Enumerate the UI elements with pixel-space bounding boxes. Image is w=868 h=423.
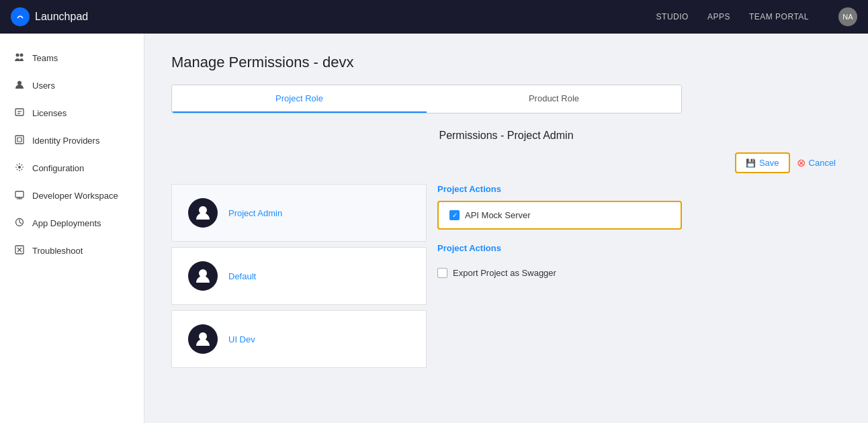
sidebar-item-troubleshoot[interactable]: Troubleshoot (0, 237, 144, 265)
svg-point-9 (18, 166, 21, 169)
nav-apps[interactable]: APPS (707, 12, 730, 21)
configuration-icon (13, 162, 26, 174)
svg-rect-10 (15, 191, 24, 197)
app-deployments-icon (13, 218, 26, 229)
sidebar-label-identity-providers: Identity Providers (32, 136, 99, 146)
app-name: Launchpad (35, 11, 88, 23)
sidebar-item-teams[interactable]: Teams (0, 44, 144, 72)
sidebar-item-app-deployments[interactable]: App Deployments (0, 209, 144, 237)
svg-point-2 (20, 54, 24, 57)
svg-rect-4 (15, 109, 24, 115)
sidebar-item-licenses[interactable]: Licenses (0, 99, 144, 127)
sidebar-label-configuration: Configuration (32, 163, 84, 173)
save-label: Save (759, 158, 779, 168)
sidebar-label-app-deployments: App Deployments (32, 218, 101, 228)
role-card-project-admin[interactable]: Project Admin (171, 184, 427, 242)
svg-point-1 (16, 54, 19, 57)
sidebar-item-developer-workspace[interactable]: Developer Workspace (0, 182, 144, 209)
save-disk-icon: 💾 (746, 158, 756, 168)
role-avatar-project-admin (188, 198, 218, 228)
users-icon (13, 80, 26, 91)
sidebar-label-developer-workspace: Developer Workspace (32, 191, 118, 201)
identity-providers-icon (13, 135, 26, 146)
role-card-ui-dev[interactable]: UI Dev (171, 310, 427, 368)
active-project-actions-title: Project Actions (437, 184, 682, 194)
licenses-icon (13, 107, 26, 119)
sidebar-item-configuration[interactable]: Configuration (0, 154, 144, 182)
cancel-label: Cancel (809, 158, 836, 168)
checkbox-export-swagger[interactable] (437, 268, 447, 278)
tab-project-role[interactable]: Project Role (172, 85, 427, 113)
top-navigation: Launchpad STUDIO APPS TEAM PORTAL NA (0, 0, 868, 34)
perm-label-export-swagger: Export Project as Swagger (453, 268, 556, 278)
save-button[interactable]: 💾 Save (735, 152, 790, 173)
app-logo[interactable]: Launchpad (11, 7, 656, 26)
action-row: 💾 Save ⊗ Cancel (171, 152, 841, 173)
nav-team-portal[interactable]: TEAM PORTAL (749, 12, 809, 21)
page-title: Manage Permissions - devx (171, 54, 841, 71)
sidebar-item-users[interactable]: Users (0, 72, 144, 99)
sidebar-label-teams: Teams (32, 53, 58, 63)
perm-label-api-mock-server: API Mock Server (465, 210, 531, 220)
teams-icon (13, 52, 26, 64)
nav-links: STUDIO APPS TEAM PORTAL NA (656, 7, 857, 26)
svg-point-3 (17, 81, 21, 85)
user-avatar[interactable]: NA (838, 7, 857, 26)
permissions-section-title: Permissions - Project Admin (171, 130, 841, 142)
active-permissions-box: API Mock Server (437, 201, 682, 230)
cancel-button[interactable]: ⊗ Cancel (797, 158, 836, 169)
role-tabs: Project Role Product Role (171, 85, 682, 113)
checkbox-api-mock-server[interactable] (449, 210, 460, 220)
svg-rect-7 (15, 136, 24, 144)
role-card-default[interactable]: Default (171, 247, 427, 305)
sidebar-label-users: Users (32, 81, 55, 91)
nav-studio[interactable]: STUDIO (656, 12, 689, 21)
role-name-default: Default (228, 271, 256, 281)
role-avatar-default (188, 261, 218, 291)
default-permissions-box: Export Project as Swagger (437, 260, 682, 286)
active-permissions-section: Project Actions API Mock Server (437, 184, 682, 230)
perm-item-api-mock-server: API Mock Server (449, 210, 670, 220)
default-permissions-section: Project Actions Export Project as Swagge… (437, 243, 682, 286)
perm-item-export-swagger: Export Project as Swagger (437, 268, 682, 278)
svg-point-0 (15, 12, 25, 21)
permissions-panel: Project Actions API Mock Server Project … (427, 184, 682, 373)
developer-workspace-icon (13, 190, 26, 201)
role-name-ui-dev: UI Dev (228, 334, 255, 344)
default-project-actions-title: Project Actions (437, 243, 682, 253)
role-name-project-admin: Project Admin (228, 208, 282, 218)
roles-permissions-layout: Project Admin Default (171, 184, 682, 373)
tab-product-role[interactable]: Product Role (427, 85, 681, 113)
sidebar-item-identity-providers[interactable]: Identity Providers (0, 127, 144, 154)
roles-list: Project Admin Default (171, 184, 427, 373)
sidebar-label-troubleshoot: Troubleshoot (32, 246, 83, 256)
role-avatar-ui-dev (188, 324, 218, 354)
sidebar: Teams Users Licenses (0, 34, 144, 423)
logo-icon (11, 7, 30, 26)
svg-rect-8 (17, 138, 21, 142)
troubleshoot-icon (13, 245, 26, 256)
sidebar-label-licenses: Licenses (32, 108, 67, 118)
cancel-x-icon: ⊗ (797, 158, 806, 169)
main-content: Manage Permissions - devx Project Role P… (144, 34, 868, 423)
main-layout: Teams Users Licenses (0, 34, 868, 423)
